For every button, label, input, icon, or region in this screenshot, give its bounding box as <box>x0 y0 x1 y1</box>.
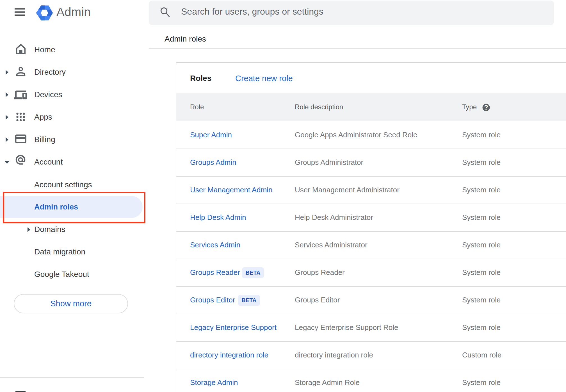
svg-text:?: ? <box>484 104 488 111</box>
